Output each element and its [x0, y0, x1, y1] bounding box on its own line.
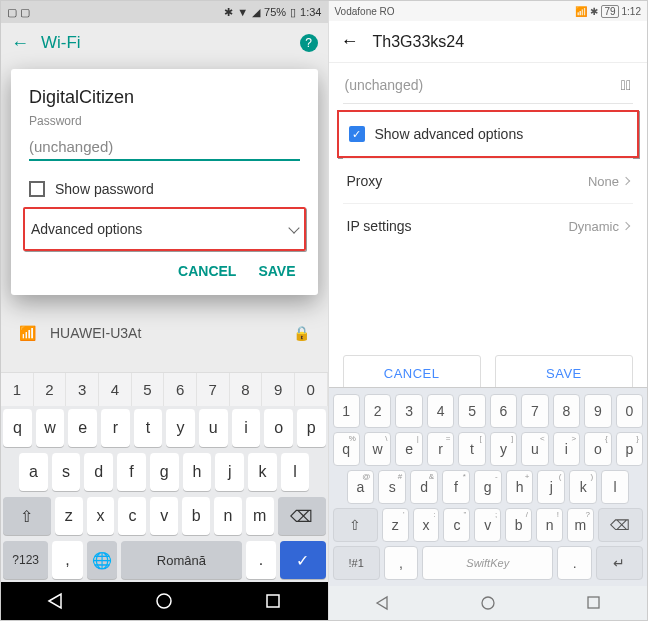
show-advanced-row[interactable]: ✓ Show advanced options [345, 114, 632, 154]
enter-key[interactable]: ↵ [596, 546, 643, 580]
key-m[interactable]: m [246, 497, 274, 535]
key-l[interactable]: l [281, 453, 310, 491]
key-9[interactable]: 9 [584, 394, 611, 428]
key-4[interactable]: 4 [99, 373, 132, 406]
key-1[interactable]: 1 [333, 394, 360, 428]
period-key[interactable]: . [557, 546, 591, 580]
ip-settings-row[interactable]: IP settings Dynamic [343, 203, 634, 248]
key-k[interactable]: k) [569, 470, 597, 504]
key-s[interactable]: s [52, 453, 81, 491]
key-y[interactable]: y] [490, 432, 517, 466]
help-icon[interactable]: ? [300, 34, 318, 52]
space-key[interactable]: Română [121, 541, 242, 579]
key-o[interactable]: o{ [584, 432, 611, 466]
key-8[interactable]: 8 [553, 394, 580, 428]
key-g[interactable]: g- [474, 470, 502, 504]
password-input[interactable] [29, 132, 300, 161]
keyboard-row-3[interactable]: ⇧ z'x:c"v;b/n!m? ⌫ [331, 506, 646, 544]
symbols-key[interactable]: ?123 [3, 541, 48, 579]
password-input[interactable]: (unchanged) [345, 77, 424, 93]
keyboard-row-2[interactable]: asdfghjkl [1, 450, 328, 494]
key-6[interactable]: 6 [164, 373, 197, 406]
key-i[interactable]: i> [553, 432, 580, 466]
show-password-checkbox[interactable] [29, 181, 45, 197]
advanced-checkbox-checked[interactable]: ✓ [349, 126, 365, 142]
key-5[interactable]: 5 [132, 373, 165, 406]
key-p[interactable]: p [297, 409, 326, 447]
back-icon[interactable]: ← [11, 33, 29, 54]
keyboard[interactable]: 1234567890 q%w\e|r=t[y]u<i>o{p} a@s#d&f*… [329, 387, 648, 586]
key-n[interactable]: n! [536, 508, 563, 542]
key-l[interactable]: l [601, 470, 629, 504]
wifi-list-item[interactable]: 📶 HUAWEI-U3At 🔒 [1, 315, 328, 351]
key-e[interactable]: e [68, 409, 97, 447]
keyboard-row-2[interactable]: a@s#d&f*g-h+j(k)l [331, 468, 646, 506]
key-0[interactable]: 0 [616, 394, 643, 428]
key-w[interactable]: w\ [364, 432, 391, 466]
backspace-key[interactable]: ⌫ [598, 508, 643, 542]
key-8[interactable]: 8 [230, 373, 263, 406]
key-a[interactable]: a [19, 453, 48, 491]
key-g[interactable]: g [150, 453, 179, 491]
key-2[interactable]: 2 [364, 394, 391, 428]
key-s[interactable]: s# [378, 470, 406, 504]
nav-home-icon[interactable] [480, 595, 496, 611]
advanced-options-row[interactable]: Advanced options [31, 213, 298, 245]
key-v[interactable]: v; [474, 508, 501, 542]
nav-back-icon[interactable] [46, 592, 64, 610]
key-c[interactable]: c [118, 497, 146, 535]
keyboard-row-3[interactable]: ⇧ zxcvbnm ⌫ [1, 494, 328, 538]
key-w[interactable]: w [36, 409, 65, 447]
nav-recents-icon[interactable] [264, 592, 282, 610]
key-y[interactable]: y [166, 409, 195, 447]
save-button[interactable]: SAVE [258, 263, 295, 279]
space-key[interactable]: SwiftKey [422, 546, 553, 580]
keyboard-number-row[interactable]: 1234567890 [1, 372, 328, 406]
language-key[interactable]: 🌐 [87, 541, 117, 579]
key-q[interactable]: q% [333, 432, 360, 466]
key-u[interactable]: u [199, 409, 228, 447]
key-z[interactable]: z' [382, 508, 409, 542]
period-key[interactable]: . [246, 541, 276, 579]
key-v[interactable]: v [150, 497, 178, 535]
key-f[interactable]: f* [442, 470, 470, 504]
key-u[interactable]: u< [521, 432, 548, 466]
key-3[interactable]: 3 [395, 394, 422, 428]
key-p[interactable]: p} [616, 432, 643, 466]
key-q[interactable]: q [3, 409, 32, 447]
key-c[interactable]: c" [443, 508, 470, 542]
key-0[interactable]: 0 [295, 373, 328, 406]
key-r[interactable]: r= [427, 432, 454, 466]
keyboard-row-4[interactable]: ?123 , 🌐 Română . ✓ [1, 538, 328, 582]
nav-back-icon[interactable] [374, 595, 390, 611]
back-icon[interactable]: ← [341, 31, 359, 52]
key-r[interactable]: r [101, 409, 130, 447]
enter-key[interactable]: ✓ [280, 541, 325, 579]
shift-key[interactable]: ⇧ [333, 508, 378, 542]
key-x[interactable]: x [87, 497, 115, 535]
key-4[interactable]: 4 [427, 394, 454, 428]
key-a[interactable]: a@ [347, 470, 375, 504]
symbols-key[interactable]: !#1 [333, 546, 380, 580]
key-t[interactable]: t[ [458, 432, 485, 466]
key-h[interactable]: h+ [506, 470, 534, 504]
cancel-button[interactable]: CANCEL [178, 263, 236, 279]
keyboard-row-1[interactable]: q%w\e|r=t[y]u<i>o{p} [331, 430, 646, 468]
key-9[interactable]: 9 [262, 373, 295, 406]
show-password-row[interactable]: Show password [29, 181, 300, 197]
key-n[interactable]: n [214, 497, 242, 535]
key-2[interactable]: 2 [34, 373, 67, 406]
key-b[interactable]: b/ [505, 508, 532, 542]
nav-recents-icon[interactable] [586, 595, 602, 611]
key-x[interactable]: x: [413, 508, 440, 542]
key-m[interactable]: m? [567, 508, 594, 542]
key-j[interactable]: j [215, 453, 244, 491]
nav-home-icon[interactable] [155, 592, 173, 610]
comma-key[interactable]: , [384, 546, 418, 580]
key-i[interactable]: i [232, 409, 261, 447]
key-o[interactable]: o [264, 409, 293, 447]
keyboard-row-1[interactable]: qwertyuiop [1, 406, 328, 450]
key-f[interactable]: f [117, 453, 146, 491]
keyboard-row-4[interactable]: !#1 , SwiftKey . ↵ [331, 544, 646, 582]
key-7[interactable]: 7 [197, 373, 230, 406]
